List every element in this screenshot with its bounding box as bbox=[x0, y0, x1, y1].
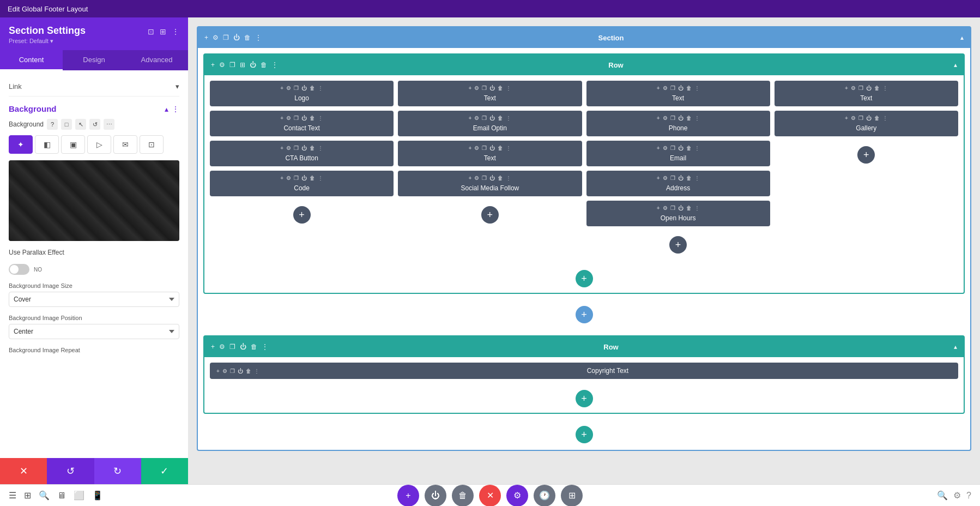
section-more-icon[interactable]: ⋮ bbox=[255, 34, 262, 41]
bg-pointer-icon[interactable]: ↖ bbox=[75, 119, 86, 130]
settings-button[interactable]: ⚙ bbox=[506, 485, 528, 507]
logo-more[interactable]: ⋮ bbox=[318, 85, 323, 91]
link-label: Link bbox=[9, 82, 22, 91]
col3-add-btn[interactable]: + bbox=[669, 236, 687, 254]
row1-collapse-icon[interactable]: ▴ bbox=[954, 61, 957, 69]
bg-reset-icon[interactable]: ↺ bbox=[89, 119, 100, 130]
row1-gear-icon[interactable]: ⚙ bbox=[219, 61, 225, 69]
title-bar: Edit Global Footer Layout bbox=[0, 0, 980, 17]
section-trash-icon[interactable]: 🗑 bbox=[244, 34, 251, 41]
tab-content[interactable]: Content bbox=[0, 50, 63, 70]
cancel-button[interactable]: ✕ bbox=[0, 458, 47, 484]
section-copy-icon[interactable]: ❐ bbox=[223, 34, 229, 41]
row1-add-bottom-btn[interactable]: + bbox=[576, 270, 593, 287]
section-tools-right: ▴ bbox=[960, 34, 964, 41]
sidebar-title: Section Settings bbox=[9, 25, 86, 37]
section-gear-icon[interactable]: ⚙ bbox=[213, 34, 219, 41]
col-1: + ⚙ ❐ ⏻ 🗑 ⋮ Logo + bbox=[210, 81, 394, 259]
bg-help-icon[interactable]: ? bbox=[47, 119, 58, 130]
module-cta-button: + ⚙ ❐ ⏻ 🗑 ⋮ CTA Button bbox=[210, 141, 394, 166]
section-collapse-icon[interactable]: ▴ bbox=[960, 34, 964, 41]
bg-position-select[interactable]: Center Top Bottom Left Right bbox=[9, 324, 179, 339]
bg-type-color[interactable]: ◧ bbox=[35, 135, 59, 154]
tablet-icon[interactable]: ⬜ bbox=[74, 490, 84, 501]
logo-power[interactable]: ⏻ bbox=[301, 85, 307, 91]
row2-add-bottom-btn[interactable]: + bbox=[576, 390, 593, 407]
bg-size-select[interactable]: Cover Contain Auto bbox=[9, 292, 179, 307]
row-2-container: + ⚙ ❐ ⏻ 🗑 ⋮ Row ▴ + ⚙ bbox=[203, 335, 965, 414]
logo-copy[interactable]: ❐ bbox=[294, 85, 299, 91]
logo-add[interactable]: + bbox=[280, 85, 283, 91]
module-text-4: + ⚙ ❐ ⏻ 🗑 ⋮ Text bbox=[775, 81, 958, 106]
bg-device-icon[interactable]: □ bbox=[61, 119, 72, 130]
module-social-media: + ⚙ ❐ ⏻ 🗑 ⋮ Social Media Follow bbox=[398, 171, 582, 196]
background-section-header: Background ▴ ⋮ bbox=[9, 104, 179, 113]
grid-icon[interactable]: ⊞ bbox=[24, 490, 31, 501]
copy-icon[interactable]: ⊡ bbox=[148, 27, 154, 36]
bg-type-video[interactable]: ▷ bbox=[87, 135, 111, 154]
more-icon[interactable]: ⋮ bbox=[172, 27, 179, 36]
tab-design[interactable]: Design bbox=[63, 50, 125, 70]
section-power-icon[interactable]: ⏻ bbox=[233, 34, 240, 41]
copyright-label: Copyright Text bbox=[264, 367, 952, 375]
bg-position-field: Background Image Position Center Top Bot… bbox=[9, 315, 179, 339]
logo-gear[interactable]: ⚙ bbox=[286, 85, 291, 91]
cta-icons: + ⚙ ❐ ⏻ 🗑 ⋮ bbox=[280, 145, 323, 151]
tab-advanced[interactable]: Advanced bbox=[125, 50, 188, 70]
parallax-switch[interactable] bbox=[9, 264, 29, 275]
row1-add-icon[interactable]: + bbox=[211, 61, 215, 69]
power-button[interactable]: ⏻ bbox=[425, 485, 446, 507]
bg-more-icon[interactable]: ⋯ bbox=[104, 119, 114, 130]
bg-type-slideshow[interactable]: ✉ bbox=[113, 135, 137, 154]
menu-icon[interactable]: ☰ bbox=[9, 490, 16, 501]
module-phone: + ⚙ ❐ ⏻ 🗑 ⋮ Phone bbox=[586, 111, 770, 136]
undo-button[interactable]: ↺ bbox=[47, 458, 94, 484]
logo-trash[interactable]: 🗑 bbox=[310, 85, 315, 91]
bottom-search-icon[interactable]: 🔍 bbox=[937, 490, 948, 501]
col2-add-btn[interactable]: + bbox=[481, 206, 499, 224]
bottom-left-icons: ☰ ⊞ 🔍 🖥 ⬜ 📱 bbox=[9, 490, 103, 501]
col1-add-btn[interactable]: + bbox=[293, 206, 311, 224]
col4-add-area: + bbox=[775, 141, 958, 169]
module-gallery: + ⚙ ❐ ⏻ 🗑 ⋮ Gallery bbox=[775, 111, 958, 136]
add-element-button[interactable]: + bbox=[397, 485, 419, 507]
columns-icon[interactable]: ⊞ bbox=[160, 27, 166, 36]
main-content: + ⚙ ❐ ⏻ 🗑 ⋮ Section ▴ + ⚙ bbox=[188, 17, 980, 484]
row1-power-icon[interactable]: ⏻ bbox=[250, 61, 256, 69]
more-options-icon[interactable]: ⋮ bbox=[172, 105, 179, 113]
bottom-help-icon[interactable]: ? bbox=[966, 491, 971, 501]
row1-copy-icon[interactable]: ❐ bbox=[229, 61, 235, 69]
open-hours-label: Open Hours bbox=[661, 214, 696, 222]
row2-bottom-add: + bbox=[204, 384, 964, 413]
section-between-add-btn[interactable]: + bbox=[576, 306, 593, 323]
row1-col-icon[interactable]: ⊞ bbox=[240, 61, 245, 69]
bg-type-image[interactable]: ▣ bbox=[61, 135, 85, 154]
bg-type-pattern[interactable]: ⊡ bbox=[140, 135, 164, 154]
row1-tools-left: + ⚙ ❐ ⊞ ⏻ 🗑 ⋮ bbox=[211, 61, 278, 69]
search-icon[interactable]: 🔍 bbox=[39, 490, 50, 501]
preset-label[interactable]: Preset: Default ▾ bbox=[9, 38, 86, 45]
section-bottom-add-btn[interactable]: + bbox=[576, 426, 593, 443]
parallax-value: NO bbox=[34, 267, 42, 273]
delete-button[interactable]: 🗑 bbox=[452, 485, 474, 507]
link-row[interactable]: Link ▾ bbox=[9, 77, 179, 97]
bg-type-gradient[interactable]: ✦ bbox=[9, 135, 33, 154]
layout-button[interactable]: ⊞ bbox=[561, 485, 583, 507]
mobile-icon[interactable]: 📱 bbox=[92, 490, 103, 501]
close-button[interactable]: ✕ bbox=[479, 485, 501, 507]
history-button[interactable]: 🕐 bbox=[534, 485, 555, 507]
collapse-icon[interactable]: ▴ bbox=[165, 105, 168, 113]
bottom-support-icon[interactable]: ⚙ bbox=[953, 490, 961, 501]
desktop-icon[interactable]: 🖥 bbox=[57, 491, 66, 501]
row1-more-icon[interactable]: ⋮ bbox=[271, 61, 278, 69]
save-button[interactable]: ✓ bbox=[141, 458, 188, 484]
col3-add-area: + bbox=[586, 231, 770, 259]
row2-collapse-icon[interactable]: ▴ bbox=[954, 343, 957, 351]
section-add-icon[interactable]: + bbox=[204, 34, 208, 41]
code-label: Code bbox=[294, 184, 310, 192]
sidebar-action-bar: ✕ ↺ ↻ ✓ bbox=[0, 458, 188, 484]
bg-size-field: Background Image Size Cover Contain Auto bbox=[9, 282, 179, 307]
row1-trash-icon[interactable]: 🗑 bbox=[261, 61, 267, 69]
col4-add-btn[interactable]: + bbox=[857, 146, 875, 164]
redo-button[interactable]: ↻ bbox=[94, 458, 141, 484]
